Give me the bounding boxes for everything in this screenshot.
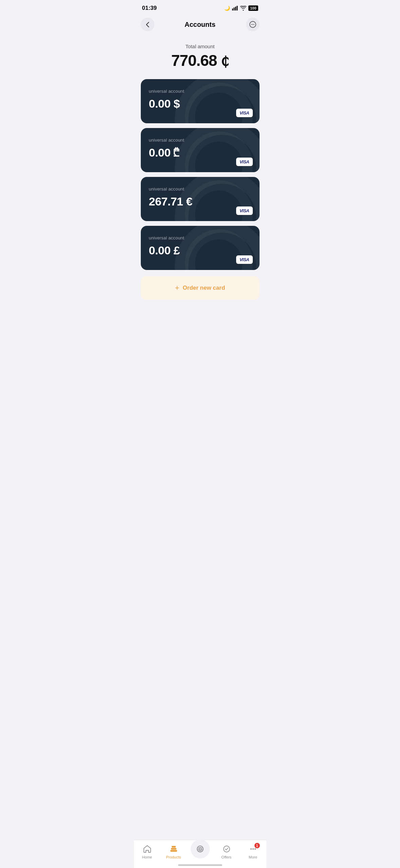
account-card-3[interactable]: universal account 267.71 € VISA <box>141 177 260 221</box>
page-title: Accounts <box>185 21 215 29</box>
visa-badge-4: VISA <box>236 255 252 264</box>
account-card-1[interactable]: universal account 0.00 $ VISA <box>141 79 260 123</box>
svg-rect-0 <box>232 8 233 11</box>
svg-point-7 <box>253 24 254 25</box>
visa-badge-1: VISA <box>236 109 252 117</box>
card-amount-3: 267.71 € <box>149 195 251 208</box>
card-label-4: universal account <box>149 235 251 240</box>
plus-icon: + <box>175 284 179 292</box>
order-new-card-button[interactable]: + Order new card <box>141 276 260 300</box>
svg-rect-2 <box>235 7 236 11</box>
card-label-2: universal account <box>149 138 251 143</box>
back-button[interactable] <box>141 18 154 31</box>
card-amount-4: 0.00 £ <box>149 244 251 257</box>
order-card-label: Order new card <box>183 285 225 291</box>
svg-rect-3 <box>237 6 238 11</box>
status-time: 01:39 <box>142 5 157 12</box>
total-amount: 770.68 ₵ <box>141 51 260 70</box>
account-card-4[interactable]: universal account 0.00 £ VISA <box>141 226 260 270</box>
signal-icon <box>232 6 238 11</box>
svg-rect-1 <box>234 7 235 11</box>
svg-point-6 <box>252 24 253 25</box>
header: Accounts <box>134 14 266 37</box>
battery-icon: 100 <box>248 5 258 11</box>
cards-container: universal account 0.00 $ VISA universal … <box>134 79 266 270</box>
total-label: Total amount <box>141 43 260 49</box>
wifi-icon <box>240 6 246 11</box>
status-icons: 🌙 100 <box>224 5 258 11</box>
visa-badge-2: VISA <box>236 158 252 166</box>
card-amount-2: 0.00 ₾ <box>149 146 251 159</box>
card-amount-1: 0.00 $ <box>149 97 251 110</box>
moon-icon: 🌙 <box>224 5 230 11</box>
card-label-1: universal account <box>149 89 251 94</box>
total-amount-value: 770.68 <box>171 52 217 69</box>
status-bar: 01:39 🌙 100 <box>134 0 266 14</box>
card-label-3: universal account <box>149 186 251 192</box>
visa-badge-3: VISA <box>236 206 252 215</box>
total-section: Total amount 770.68 ₵ <box>134 37 266 79</box>
svg-point-5 <box>251 24 252 25</box>
account-card-2[interactable]: universal account 0.00 ₾ VISA <box>141 128 260 172</box>
chat-button[interactable] <box>246 18 260 31</box>
total-currency: ₵ <box>221 54 229 69</box>
